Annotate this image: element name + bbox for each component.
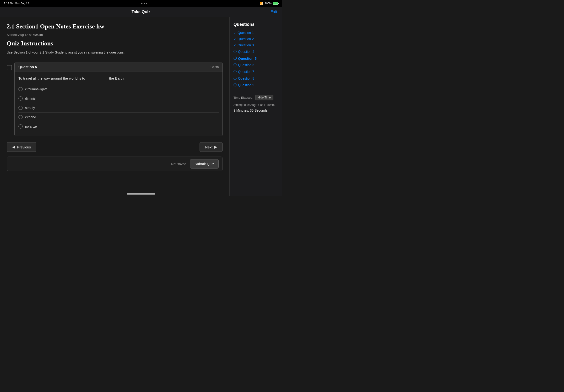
not-saved-text: Not saved [171,162,186,166]
divider [7,58,223,58]
content-area: 2.1 Section1 Open Notes Exercise hw Star… [0,17,229,196]
sidebar-q3-label: Question 3 [237,43,254,47]
status-center [141,3,147,4]
sidebar-title: Questions [234,22,278,27]
sidebar-item-q9[interactable]: ⓘ Question 9 [234,83,278,88]
nav-buttons: ◀ Previous Next ▶ [7,142,223,152]
question-points: 10 pts [210,65,219,69]
answer-option-b[interactable]: diminish [18,94,219,103]
radio-e[interactable] [18,124,23,129]
status-dot-3 [146,3,147,4]
answer-option-d[interactable]: expand [18,112,219,122]
question-icon-q9: ⓘ [234,83,237,87]
next-label: Next [205,145,212,149]
sidebar-item-q1[interactable]: ✓ Question 1 [234,30,278,35]
exit-button[interactable]: Exit [271,10,277,14]
answer-label-e: polarize [25,125,37,128]
submit-quiz-button[interactable]: Submit Quiz [190,159,219,168]
nav-bar: Take Quiz Exit [0,7,282,17]
answer-label-d: expand [25,115,36,119]
battery-icon [273,2,278,5]
radio-c[interactable] [18,106,23,110]
sidebar-item-q3[interactable]: ✓ Question 3 [234,43,278,48]
sidebar-q1-label: Question 1 [237,31,254,35]
question-text: To travel all the way around the world i… [18,76,219,80]
answer-option-c[interactable]: stratify [18,103,219,112]
question-body: To travel all the way around the world i… [14,71,222,136]
sidebar-q2-label: Question 2 [237,37,254,41]
status-bar: 7:15 AM Mon Aug 12 📶 100% [0,0,282,7]
answer-option-e[interactable]: polarize [18,122,219,131]
quiz-started: Started: Aug 12 at 7:06am [7,33,223,37]
question-header: Question 5 10 pts [14,62,222,71]
sidebar-q8-label: Question 8 [238,76,254,80]
sidebar-q7-label: Question 7 [238,70,254,74]
previous-arrow-icon: ◀ [12,145,15,149]
sidebar-item-q4[interactable]: ⓘ Question 4 [234,49,278,54]
battery-fill [273,2,278,4]
question-icon-q4: ⓘ [234,49,237,54]
radio-d[interactable] [18,115,23,119]
next-button[interactable]: Next ▶ [200,142,223,152]
sidebar-q4-label: Question 4 [238,50,254,54]
sidebar-item-q7[interactable]: ⓘ Question 7 [234,69,278,74]
question-card-wrapper: Question 5 10 pts To travel all the way … [7,62,223,136]
submit-bar: Not saved Submit Quiz [7,156,223,171]
previous-button[interactable]: ◀ Previous [7,142,36,152]
check-icon-q3: ✓ [234,43,236,47]
sidebar-q5-label: Question 5 [238,56,257,60]
home-indicator [127,193,155,195]
status-dot-1 [141,3,142,4]
sidebar: Questions ✓ Question 1 ✓ Question 2 ✓ Qu… [229,17,282,196]
status-date: Mon Aug 12 [15,2,29,5]
time-elapsed-label: Time Elapsed: [234,96,253,99]
previous-label: Previous [17,145,31,149]
hide-time-button[interactable]: Hide Time [255,95,273,100]
attempt-due-text: Attempt due: Aug 16 at 11:59pm [234,103,278,107]
quiz-instructions-heading: Quiz Instructions [7,40,223,47]
answer-option-a[interactable]: circumnavigate [18,85,219,94]
question-icon-q7: ⓘ [234,70,237,74]
sidebar-q9-label: Question 9 [238,83,254,87]
question-icon-q5: ⓘ [234,56,237,60]
status-dot-2 [144,3,145,4]
quiz-title: 2.1 Section1 Open Notes Exercise hw [7,23,223,30]
question-icon-q8: ⓘ [234,76,237,81]
check-icon-q1: ✓ [234,31,236,35]
wifi-icon: 📶 [260,2,263,5]
battery-percent: 100% [265,2,272,5]
sidebar-item-q8[interactable]: ⓘ Question 8 [234,76,278,81]
question-number: Question 5 [18,65,37,69]
main-layout: 2.1 Section1 Open Notes Exercise hw Star… [0,17,282,196]
next-arrow-icon: ▶ [214,145,217,149]
question-icon-q6: ⓘ [234,63,237,67]
question-card: Question 5 10 pts To travel all the way … [14,62,223,136]
status-time: 7:15 AM [4,2,14,5]
time-elapsed-row: Time Elapsed: Hide Time [234,95,278,100]
radio-b[interactable] [18,96,23,101]
status-left: 7:15 AM Mon Aug 12 [4,2,29,5]
check-icon-q2: ✓ [234,37,236,41]
sidebar-item-q2[interactable]: ✓ Question 2 [234,37,278,41]
sidebar-item-q6[interactable]: ⓘ Question 6 [234,62,278,68]
quiz-instructions-text: Use Section 1 of your 2.1 Study Guide to… [7,50,223,54]
time-countdown: 9 Minutes, 35 Seconds [234,109,278,112]
sidebar-divider [234,91,278,91]
answer-label-a: circumnavigate [25,87,48,91]
question-checkbox[interactable] [7,65,12,70]
sidebar-item-q5[interactable]: ⓘ Question 5 [234,56,278,61]
sidebar-q6-label: Question 6 [238,63,254,67]
status-right: 📶 100% [260,2,278,5]
nav-title: Take Quiz [131,10,150,14]
radio-a[interactable] [18,87,23,91]
answer-label-c: stratify [25,106,35,110]
answer-label-b: diminish [25,97,37,100]
